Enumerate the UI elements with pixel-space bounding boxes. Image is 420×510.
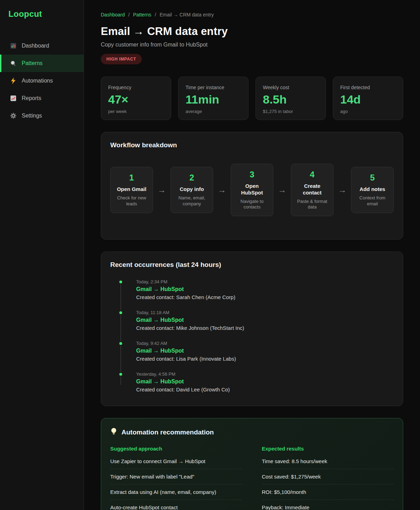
timeline-dot-icon — [119, 372, 123, 376]
arrow-right-icon: → — [216, 185, 227, 195]
step-desc: Navigate to contacts — [234, 199, 270, 211]
stat-card-weekly-cost: Weekly cost 8.5h $1,275 in labor — [255, 77, 326, 120]
workflow-title: Workflow breakdown — [110, 141, 394, 149]
workflow-step-4: 4 Create contact Paste & format data — [291, 164, 334, 216]
step-title: Open Gmail — [114, 186, 149, 193]
sidebar-item-reports[interactable]: Reports — [0, 90, 84, 107]
step-title: Copy info — [174, 186, 209, 193]
timeline-dot-icon — [119, 280, 123, 284]
stat-label: First detected — [340, 85, 396, 90]
occurrence-item: Today, 9:42 AM Gmail → HubSpot Created c… — [110, 341, 394, 362]
app-logo: Loopcut — [0, 9, 84, 19]
recommendation-columns: Suggested approach Use Zapier to connect… — [110, 446, 394, 510]
occurrence-time: Today, 9:42 AM — [136, 341, 394, 346]
lightning-icon — [10, 77, 17, 84]
workflow-step-5: 5 Add notes Context from email — [351, 167, 394, 213]
step-number: 3 — [234, 170, 270, 179]
timeline-dot-icon — [119, 341, 123, 346]
breadcrumb-separator: / — [155, 12, 156, 17]
occurrence-time: Today, 2:34 PM — [136, 279, 394, 284]
search-icon — [10, 60, 17, 67]
occurrence-time: Yesterday, 4:56 PM — [136, 371, 394, 377]
step-title: Create contact — [295, 183, 330, 196]
breadcrumb-link-patterns[interactable]: Patterns — [133, 12, 151, 17]
workflow-step-1: 1 Open Gmail Check for new leads — [110, 167, 153, 213]
sidebar-item-label: Dashboard — [22, 43, 49, 49]
approach-item: Extract data using AI (name, email, comp… — [110, 484, 242, 500]
recent-occurrences-panel: Recent occurrences (last 24 hours) Today… — [101, 252, 403, 406]
stat-sub: $1,275 in labor — [263, 109, 318, 114]
approach-item: Use Zapier to connect Gmail → HubSpot — [110, 454, 242, 469]
expected-results-column: Expected results Time saved: 8.5 hours/w… — [262, 446, 394, 510]
occurrence-item: Today, 2:34 PM Gmail → HubSpot Created c… — [110, 279, 394, 300]
stat-sub: average — [186, 109, 241, 114]
step-number: 1 — [114, 173, 149, 183]
step-desc: Paste & format data — [295, 199, 330, 211]
sidebar-item-automations[interactable]: Automations — [0, 72, 84, 90]
step-number: 4 — [295, 170, 330, 179]
occurrence-item: Yesterday, 4:56 PM Gmail → HubSpot Creat… — [110, 371, 394, 392]
stat-card-frequency: Frequency 47× per week — [101, 77, 171, 120]
arrow-right-icon: → — [276, 185, 288, 195]
arrow-right-icon: → — [337, 185, 348, 195]
sidebar-item-settings[interactable]: Settings — [0, 107, 84, 125]
workflow-steps: 1 Open Gmail Check for new leads → 2 Cop… — [110, 164, 394, 216]
automation-recommendation-panel: Automation recommendation Suggested appr… — [101, 418, 403, 510]
workflow-step-2: 2 Copy info Name, email, company — [170, 167, 213, 213]
stat-sub: per week — [108, 109, 164, 114]
recommendation-header: Automation recommendation — [110, 427, 394, 437]
occurrence-route: Gmail → HubSpot — [136, 348, 394, 354]
occurrence-route: Gmail → HubSpot — [136, 378, 394, 385]
result-item: Payback: Immediate — [262, 500, 394, 510]
stat-value: 11min — [186, 93, 241, 106]
arrow-right-icon: → — [156, 185, 167, 195]
stat-value: 47× — [108, 93, 164, 106]
stat-sub: ago — [340, 109, 396, 114]
step-title: Open HubSpot — [234, 183, 270, 196]
sidebar-item-label: Reports — [22, 95, 41, 101]
step-number: 2 — [174, 173, 209, 183]
occurrence-detail: Created contact: Lisa Park (Innovate Lab… — [136, 356, 394, 362]
result-item: ROI: $5,100/month — [262, 484, 394, 500]
occurrence-detail: Created contact: Mike Johnson (TechStart… — [136, 325, 394, 331]
timeline-dot-icon — [119, 311, 123, 315]
step-desc: Context from email — [355, 195, 390, 207]
sidebar-item-patterns[interactable]: Patterns — [0, 55, 84, 72]
page-subtitle: Copy customer info from Gmail to HubSpot — [101, 42, 403, 48]
sidebar-item-label: Settings — [22, 113, 42, 119]
impact-badge: HIGH IMPACT — [101, 54, 142, 64]
gear-icon — [10, 112, 17, 119]
stat-value: 14d — [340, 93, 396, 106]
main-content: Dashboard / Patterns / Email → CRM data … — [84, 0, 420, 510]
sidebar-nav: Dashboard Patterns Automations Reports — [0, 37, 84, 125]
suggested-approach-column: Suggested approach Use Zapier to connect… — [110, 446, 242, 510]
occurrence-route: Gmail → HubSpot — [136, 317, 394, 323]
stats-row: Frequency 47× per week Time per instance… — [101, 77, 403, 120]
recommendation-title: Automation recommendation — [121, 428, 214, 436]
stat-label: Frequency — [108, 85, 164, 90]
approach-item: Auto-create HubSpot contact — [110, 500, 242, 510]
occurrences-timeline: Today, 2:34 PM Gmail → HubSpot Created c… — [110, 279, 394, 397]
sidebar-item-label: Automations — [22, 78, 53, 84]
result-item: Cost saved: $1,275/week — [262, 469, 394, 484]
stat-label: Time per instance — [186, 85, 241, 90]
stat-card-first-detected: First detected 14d ago — [333, 77, 403, 120]
stat-card-time-per-instance: Time per instance 11min average — [178, 77, 248, 120]
sidebar-item-label: Patterns — [22, 60, 43, 66]
occurrence-route: Gmail → HubSpot — [136, 286, 394, 292]
approach-item: Trigger: New email with label "Lead" — [110, 469, 242, 484]
results-heading: Expected results — [262, 446, 394, 452]
occurrence-item: Today, 11:18 AM Gmail → HubSpot Created … — [110, 310, 394, 331]
occurrences-title: Recent occurrences (last 24 hours) — [110, 261, 394, 269]
lightbulb-icon — [110, 427, 117, 437]
breadcrumb-link-dashboard[interactable]: Dashboard — [101, 12, 125, 17]
approach-heading: Suggested approach — [110, 446, 242, 452]
sidebar-item-dashboard[interactable]: Dashboard — [0, 37, 84, 55]
workflow-breakdown-panel: Workflow breakdown 1 Open Gmail Check fo… — [101, 132, 403, 240]
occurrence-detail: Created contact: David Lee (Growth Co) — [136, 387, 394, 392]
bar-chart-icon — [10, 42, 17, 49]
step-desc: Check for new leads — [114, 195, 149, 207]
occurrence-detail: Created contact: Sarah Chen (Acme Corp) — [136, 294, 394, 300]
workflow-step-3: 3 Open HubSpot Navigate to contacts — [231, 164, 273, 216]
breadcrumb: Dashboard / Patterns / Email → CRM data … — [101, 12, 403, 17]
